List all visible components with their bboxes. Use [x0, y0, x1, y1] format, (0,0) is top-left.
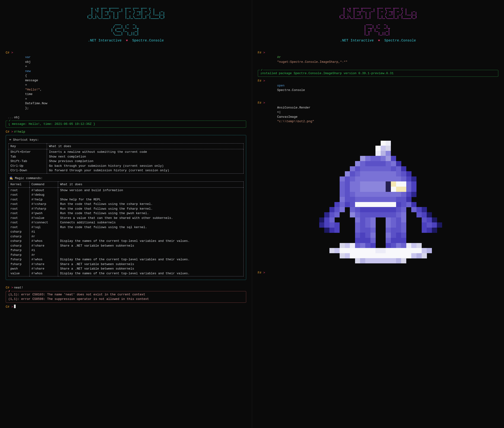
svg-rect-87	[386, 187, 391, 192]
kw-var: var	[25, 55, 31, 59]
svg-rect-172	[319, 217, 324, 223]
svg-rect-91	[406, 187, 411, 192]
svg-rect-166	[391, 212, 396, 217]
svg-rect-89	[396, 187, 401, 192]
svg-rect-28	[370, 166, 376, 172]
fsharp-input-2[interactable]: F# > open Spectre.Console	[258, 79, 499, 97]
svg-rect-261	[406, 248, 411, 254]
svg-rect-275	[386, 253, 391, 258]
svg-rect-270	[360, 253, 365, 258]
svg-rect-44	[391, 172, 396, 177]
csharp-input-active[interactable]: C# >	[6, 305, 246, 309]
fsharp-input-1[interactable]: F# > #r "nuget:Spectre.Console.ImageShar…	[258, 50, 499, 69]
svg-rect-226	[365, 238, 370, 243]
svg-rect-112	[360, 197, 365, 202]
svg-rect-69	[370, 182, 376, 187]
svg-rect-102	[386, 192, 391, 197]
svg-rect-184	[427, 217, 432, 223]
fsharp-input-3[interactable]: F# > AnsiConsole.Render <| CanvasImage "…	[258, 101, 499, 128]
svg-rect-11	[376, 156, 381, 161]
kw-open: open	[277, 84, 284, 87]
svg-rect-56	[381, 176, 386, 182]
svg-rect-59	[396, 176, 401, 182]
svg-rect-113	[365, 197, 370, 202]
svg-rect-259	[396, 248, 401, 254]
subtitle-spectre: Spectre.Console	[132, 39, 164, 42]
svg-rect-16	[360, 161, 365, 166]
svg-rect-63	[340, 182, 345, 187]
svg-rect-81	[355, 187, 360, 192]
svg-rect-161	[365, 212, 370, 217]
table-row: rootrootrootrootrootrootrootrootrootcsha…	[9, 187, 244, 276]
svg-rect-283	[355, 258, 360, 264]
svg-rect-288	[381, 258, 386, 264]
svg-rect-60	[401, 176, 406, 182]
svg-rect-171	[427, 212, 432, 217]
svg-rect-203	[329, 228, 335, 233]
svg-rect-244	[411, 243, 417, 248]
svg-rect-153	[417, 207, 422, 213]
svg-rect-187	[324, 223, 329, 228]
svg-rect-277	[396, 253, 401, 258]
svg-rect-206	[360, 228, 365, 233]
svg-rect-135	[401, 202, 406, 207]
help-output: ⌨ Shortcut keys: KeyWhat it does Shift+E…	[6, 135, 246, 280]
svg-rect-78	[340, 187, 345, 192]
svg-rect-46	[401, 172, 406, 177]
svg-rect-47	[406, 172, 411, 177]
svg-rect-30	[381, 166, 386, 172]
svg-rect-151	[401, 207, 406, 213]
svg-rect-157	[334, 212, 340, 217]
svg-rect-57	[386, 176, 391, 182]
fsharp-input-active[interactable]: F# >	[258, 271, 499, 275]
svg-rect-240	[391, 243, 396, 248]
svg-rect-238	[370, 243, 376, 248]
svg-rect-271	[365, 253, 370, 258]
svg-rect-254	[370, 248, 376, 254]
svg-rect-107	[411, 192, 417, 197]
svg-rect-111	[355, 197, 360, 202]
svg-rect-263	[417, 248, 422, 254]
svg-rect-269	[355, 253, 360, 258]
svg-rect-247	[334, 248, 340, 254]
svg-rect-284	[360, 258, 365, 264]
svg-rect-149	[391, 207, 396, 213]
svg-rect-80	[350, 187, 355, 192]
svg-rect-169	[417, 212, 422, 217]
svg-rect-200	[432, 223, 437, 228]
svg-rect-156	[329, 212, 335, 217]
csharp-input-2[interactable]: C# > #!help	[6, 130, 246, 134]
svg-rect-204	[334, 228, 340, 233]
svg-rect-210	[391, 228, 396, 233]
svg-rect-279	[406, 253, 411, 258]
svg-rect-258	[391, 248, 396, 254]
csharp-input-1-cont[interactable]: ... obj	[6, 115, 246, 120]
svg-rect-65	[350, 182, 355, 187]
svg-rect-193	[370, 223, 376, 228]
svg-rect-9	[365, 156, 370, 161]
csharp-output-1: ✓ { message: Hello!, time: 2021-06-05 19…	[6, 121, 246, 128]
subtitle-spectre: Spectre.Console	[384, 39, 416, 42]
svg-rect-274	[381, 253, 386, 258]
csharp-input-3[interactable]: C# > neat!	[6, 285, 246, 290]
svg-rect-195	[391, 223, 396, 228]
table-cell: Show version and build information Show …	[58, 187, 243, 276]
svg-rect-73	[391, 182, 396, 187]
svg-rect-67	[360, 182, 365, 187]
svg-rect-212	[401, 228, 406, 233]
svg-rect-181	[396, 217, 401, 223]
svg-rect-173	[324, 217, 329, 223]
svg-rect-188	[329, 223, 335, 228]
svg-rect-18	[370, 161, 376, 166]
svg-rect-22	[391, 161, 396, 166]
svg-rect-90	[401, 187, 406, 192]
svg-rect-132	[386, 202, 391, 207]
svg-rect-21	[386, 161, 391, 166]
svg-rect-36	[350, 172, 355, 177]
svg-rect-268	[350, 253, 355, 258]
csharp-input-1[interactable]: C# > var obj = new { message = "Hello!",…	[6, 50, 246, 115]
svg-rect-32	[391, 166, 396, 172]
svg-rect-211	[396, 228, 401, 233]
svg-rect-179	[386, 217, 391, 223]
svg-rect-174	[329, 217, 335, 223]
